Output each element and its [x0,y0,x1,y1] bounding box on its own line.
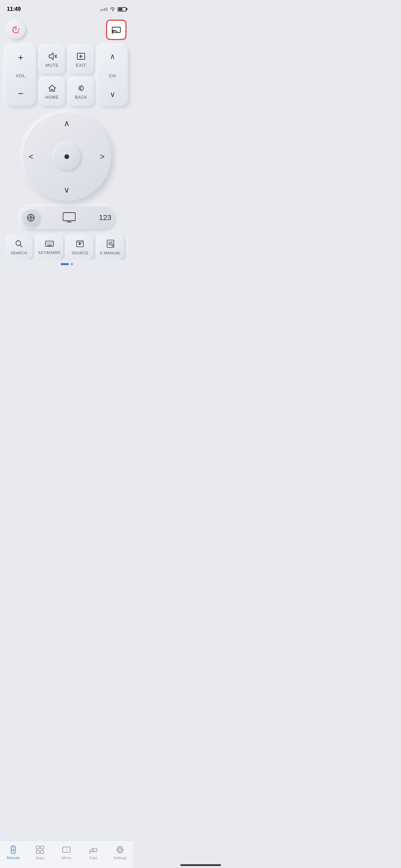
ch-down-button[interactable]: ∨ [110,90,115,99]
touchpad-icon [26,213,35,222]
source-button[interactable]: SOURCE [66,235,94,260]
page-dots [5,263,128,265]
dpad-dot [64,154,69,159]
ch-up-button[interactable]: ∧ [110,52,115,61]
toolbar-row: 123 [5,206,128,229]
vol-down-button[interactable]: − [18,88,23,99]
search-icon [15,239,23,248]
dpad-outer: ∧ < > ∨ [23,113,111,201]
cast-button[interactable] [106,20,126,40]
cast-icon [111,24,122,35]
home-button[interactable]: HOME [39,77,65,106]
search-label: SEARCH [11,251,27,255]
dpad-down-button[interactable]: ∨ [64,185,70,195]
back-label: BACK [75,95,87,100]
exit-label: EXIT [76,63,86,68]
emanual-icon [106,239,115,248]
main-content: + VOL − MUTE EXIT ∧ CH ∨ [0,17,133,265]
page-dot-active [61,263,69,265]
power-button[interactable] [7,21,25,39]
keyboard-icon [45,240,54,248]
emanual-button[interactable]: E-MANUAL [97,235,124,260]
numpad-label[interactable]: 123 [99,213,112,222]
signal-icon [100,7,107,11]
controls-grid: + VOL − MUTE EXIT ∧ CH ∨ [5,45,128,106]
ch-label: CH [109,73,116,78]
dpad-right-button[interactable]: > [100,152,104,161]
dpad-container: ∧ < > ∨ [5,113,128,201]
vol-up-button[interactable]: + [18,52,23,63]
vol-group: + VOL − [5,45,36,106]
touchpad-button[interactable] [22,209,40,226]
svg-point-8 [30,217,32,218]
mute-button[interactable]: MUTE [39,45,65,74]
toolbar-pill: 123 [19,206,114,229]
power-icon [12,25,20,34]
source-icon [76,239,84,248]
menu-button[interactable]: MENU [127,235,128,260]
home-label: HOME [45,95,59,100]
mute-icon [47,52,57,61]
ch-group: ∧ CH ∨ [97,45,128,106]
status-time: 11:49 [7,6,21,13]
dpad-center-button[interactable] [53,143,80,170]
back-button[interactable]: BACK [68,77,94,106]
top-row [5,17,128,45]
search-button[interactable]: SEARCH [5,235,33,260]
svg-rect-2 [112,27,120,33]
svg-point-3 [112,33,113,34]
tv-icon [62,212,77,223]
status-bar: 11:49 [0,0,133,17]
page-dot-inactive [71,263,73,265]
back-icon [76,83,86,93]
home-icon [47,83,57,93]
keyboard-label: KEYBOARD [38,251,60,255]
tv-button[interactable] [45,212,94,223]
vol-label: VOL [16,73,25,78]
dpad-up-button[interactable]: ∧ [64,119,70,128]
svg-rect-9 [63,213,75,221]
emanual-label: E-MANUAL [100,251,121,255]
battery-icon [118,7,126,12]
action-buttons: SEARCH KEYBOARD [5,235,128,260]
mute-label: MUTE [46,63,59,68]
dpad-left-button[interactable]: < [29,152,34,161]
source-label: SOURCE [72,251,88,255]
exit-button[interactable]: EXIT [68,45,94,74]
svg-line-11 [20,245,22,247]
keyboard-button[interactable]: KEYBOARD [36,235,63,260]
exit-icon [76,52,86,61]
wifi-icon [109,7,116,12]
status-icons [100,7,126,12]
